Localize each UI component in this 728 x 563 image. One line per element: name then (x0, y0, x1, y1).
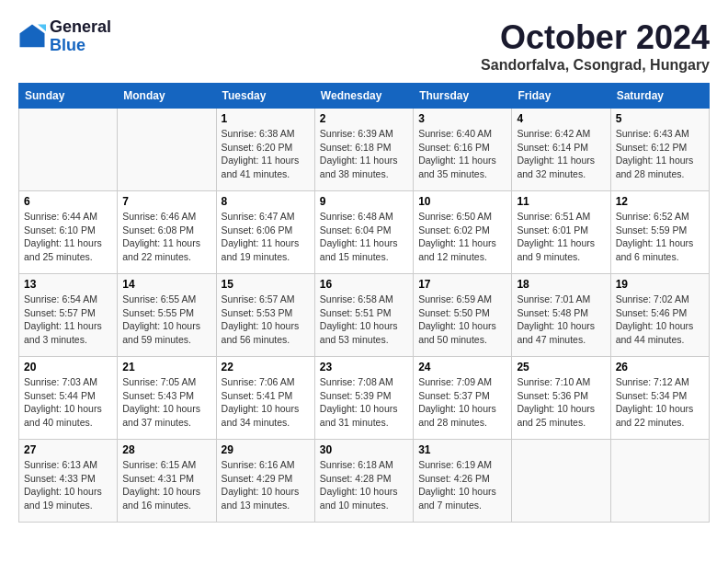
header-cell-monday: Monday (118, 84, 216, 109)
day-info: Sunrise: 6:52 AMSunset: 5:59 PMDaylight:… (616, 210, 704, 264)
day-cell: 20Sunrise: 7:03 AMSunset: 5:44 PMDayligh… (19, 357, 118, 440)
day-cell: 6Sunrise: 6:44 AMSunset: 6:10 PMDaylight… (19, 191, 118, 274)
day-number: 13 (24, 278, 112, 291)
day-cell: 27Sunrise: 6:13 AMSunset: 4:33 PMDayligh… (19, 440, 118, 523)
day-info: Sunrise: 6:42 AMSunset: 6:14 PMDaylight:… (517, 127, 605, 181)
day-cell: 12Sunrise: 6:52 AMSunset: 5:59 PMDayligh… (610, 191, 709, 274)
calendar-header: SundayMondayTuesdayWednesdayThursdayFrid… (19, 84, 710, 109)
location: Sandorfalva, Csongrad, Hungary (481, 57, 710, 74)
header-cell-tuesday: Tuesday (216, 84, 314, 109)
day-number: 19 (616, 278, 704, 291)
day-info: Sunrise: 6:43 AMSunset: 6:12 PMDaylight:… (616, 127, 704, 181)
day-info: Sunrise: 6:57 AMSunset: 5:53 PMDaylight:… (222, 293, 310, 347)
day-number: 21 (122, 361, 210, 373)
header-cell-wednesday: Wednesday (314, 84, 413, 109)
header-cell-friday: Friday (512, 84, 610, 109)
day-number: 5 (616, 112, 704, 125)
day-cell: 5Sunrise: 6:43 AMSunset: 6:12 PMDaylight… (610, 109, 709, 191)
day-info: Sunrise: 6:39 AMSunset: 6:18 PMDaylight:… (320, 127, 408, 181)
day-info: Sunrise: 6:15 AMSunset: 4:31 PMDaylight:… (122, 458, 210, 512)
day-info: Sunrise: 6:58 AMSunset: 5:51 PMDaylight:… (320, 293, 408, 347)
day-number: 8 (222, 195, 310, 208)
day-info: Sunrise: 6:19 AMSunset: 4:26 PMDaylight:… (418, 458, 506, 512)
week-row-3: 13Sunrise: 6:54 AMSunset: 5:57 PMDayligh… (19, 274, 710, 357)
day-cell: 14Sunrise: 6:55 AMSunset: 5:55 PMDayligh… (118, 274, 216, 357)
day-number: 1 (222, 112, 310, 125)
logo: General Blue (18, 18, 111, 55)
day-cell: 24Sunrise: 7:09 AMSunset: 5:37 PMDayligh… (414, 357, 512, 440)
day-info: Sunrise: 7:12 AMSunset: 5:34 PMDaylight:… (616, 375, 704, 430)
day-cell: 2Sunrise: 6:39 AMSunset: 6:18 PMDaylight… (314, 109, 413, 191)
day-cell: 9Sunrise: 6:48 AMSunset: 6:04 PMDaylight… (314, 191, 413, 274)
day-cell: 15Sunrise: 6:57 AMSunset: 5:53 PMDayligh… (216, 274, 314, 357)
day-number: 27 (24, 443, 112, 456)
day-number: 3 (418, 112, 506, 125)
day-info: Sunrise: 6:47 AMSunset: 6:06 PMDaylight:… (222, 210, 310, 264)
day-number: 24 (418, 361, 506, 373)
day-info: Sunrise: 7:01 AMSunset: 5:48 PMDaylight:… (517, 293, 605, 347)
day-cell: 31Sunrise: 6:19 AMSunset: 4:26 PMDayligh… (414, 440, 512, 523)
day-number: 9 (320, 195, 408, 208)
header-cell-thursday: Thursday (414, 84, 512, 109)
header-cell-sunday: Sunday (19, 84, 118, 109)
day-cell: 30Sunrise: 6:18 AMSunset: 4:28 PMDayligh… (314, 440, 413, 523)
day-info: Sunrise: 7:10 AMSunset: 5:36 PMDaylight:… (517, 375, 605, 430)
day-number: 28 (122, 443, 210, 456)
day-info: Sunrise: 7:06 AMSunset: 5:41 PMDaylight:… (222, 375, 310, 430)
header-cell-saturday: Saturday (610, 84, 709, 109)
day-cell: 29Sunrise: 6:16 AMSunset: 4:29 PMDayligh… (216, 440, 314, 523)
week-row-1: 1Sunrise: 6:38 AMSunset: 6:20 PMDaylight… (19, 109, 710, 191)
day-number: 23 (320, 361, 408, 373)
day-info: Sunrise: 6:51 AMSunset: 6:01 PMDaylight:… (517, 210, 605, 264)
day-number: 16 (320, 278, 408, 291)
page-header: General Blue October 2024 Sandorfalva, C… (18, 18, 710, 74)
day-cell: 4Sunrise: 6:42 AMSunset: 6:14 PMDaylight… (512, 109, 610, 191)
day-cell: 10Sunrise: 6:50 AMSunset: 6:02 PMDayligh… (414, 191, 512, 274)
day-info: Sunrise: 6:16 AMSunset: 4:29 PMDaylight:… (222, 458, 310, 512)
day-info: Sunrise: 6:50 AMSunset: 6:02 PMDaylight:… (418, 210, 506, 264)
day-info: Sunrise: 6:40 AMSunset: 6:16 PMDaylight:… (418, 127, 506, 181)
day-info: Sunrise: 7:09 AMSunset: 5:37 PMDaylight:… (418, 375, 506, 430)
day-info: Sunrise: 7:05 AMSunset: 5:43 PMDaylight:… (122, 375, 210, 430)
day-cell: 25Sunrise: 7:10 AMSunset: 5:36 PMDayligh… (512, 357, 610, 440)
day-cell: 28Sunrise: 6:15 AMSunset: 4:31 PMDayligh… (118, 440, 216, 523)
day-number: 14 (122, 278, 210, 291)
day-cell: 19Sunrise: 7:02 AMSunset: 5:46 PMDayligh… (610, 274, 709, 357)
day-number: 7 (122, 195, 210, 208)
day-cell (19, 109, 118, 191)
week-row-4: 20Sunrise: 7:03 AMSunset: 5:44 PMDayligh… (19, 357, 710, 440)
day-cell (512, 440, 610, 523)
day-number: 15 (222, 278, 310, 291)
day-cell: 16Sunrise: 6:58 AMSunset: 5:51 PMDayligh… (314, 274, 413, 357)
day-number: 10 (418, 195, 506, 208)
day-info: Sunrise: 6:59 AMSunset: 5:50 PMDaylight:… (418, 293, 506, 347)
day-info: Sunrise: 6:44 AMSunset: 6:10 PMDaylight:… (24, 210, 112, 264)
month-title: October 2024 (481, 18, 710, 57)
logo-line1: General (50, 18, 111, 37)
day-number: 31 (418, 443, 506, 456)
day-info: Sunrise: 6:54 AMSunset: 5:57 PMDaylight:… (24, 293, 112, 347)
day-info: Sunrise: 7:03 AMSunset: 5:44 PMDaylight:… (24, 375, 112, 430)
day-cell: 18Sunrise: 7:01 AMSunset: 5:48 PMDayligh… (512, 274, 610, 357)
day-cell: 3Sunrise: 6:40 AMSunset: 6:16 PMDaylight… (414, 109, 512, 191)
day-cell: 8Sunrise: 6:47 AMSunset: 6:06 PMDaylight… (216, 191, 314, 274)
day-number: 25 (517, 361, 605, 373)
day-number: 12 (616, 195, 704, 208)
day-info: Sunrise: 6:13 AMSunset: 4:33 PMDaylight:… (24, 458, 112, 512)
day-info: Sunrise: 7:02 AMSunset: 5:46 PMDaylight:… (616, 293, 704, 347)
day-number: 11 (517, 195, 605, 208)
day-cell: 17Sunrise: 6:59 AMSunset: 5:50 PMDayligh… (414, 274, 512, 357)
day-info: Sunrise: 6:38 AMSunset: 6:20 PMDaylight:… (222, 127, 310, 181)
day-info: Sunrise: 6:46 AMSunset: 6:08 PMDaylight:… (122, 210, 210, 264)
day-info: Sunrise: 7:08 AMSunset: 5:39 PMDaylight:… (320, 375, 408, 430)
day-number: 20 (24, 361, 112, 373)
day-info: Sunrise: 6:18 AMSunset: 4:28 PMDaylight:… (320, 458, 408, 512)
header-row: SundayMondayTuesdayWednesdayThursdayFrid… (19, 84, 710, 109)
title-block: October 2024 Sandorfalva, Csongrad, Hung… (481, 18, 710, 74)
day-cell: 7Sunrise: 6:46 AMSunset: 6:08 PMDaylight… (118, 191, 216, 274)
day-cell: 13Sunrise: 6:54 AMSunset: 5:57 PMDayligh… (19, 274, 118, 357)
day-number: 17 (418, 278, 506, 291)
week-row-5: 27Sunrise: 6:13 AMSunset: 4:33 PMDayligh… (19, 440, 710, 523)
calendar-body: 1Sunrise: 6:38 AMSunset: 6:20 PMDaylight… (19, 109, 710, 523)
svg-marker-0 (20, 24, 45, 47)
